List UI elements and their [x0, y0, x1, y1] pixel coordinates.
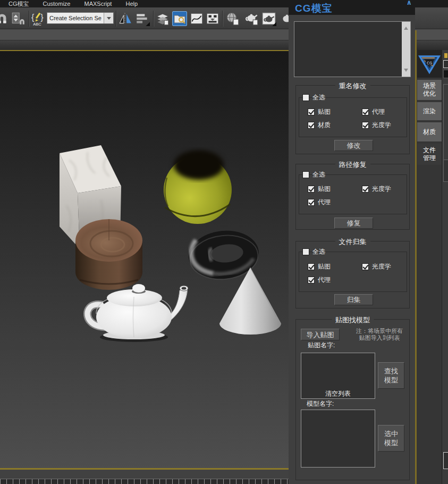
model-list[interactable]	[301, 410, 375, 468]
path-repair-select-all-checkbox[interactable]	[302, 171, 309, 178]
path-repair-select-all-label: 全选	[312, 171, 325, 178]
list-scrollbar[interactable]	[402, 22, 410, 77]
schematic-view-icon[interactable]	[205, 11, 220, 26]
file-collect-select-all-checkbox[interactable]	[302, 248, 309, 255]
scene-explorer-icon[interactable]	[172, 11, 187, 26]
file-collect-section-title: 文件归集	[335, 237, 370, 247]
snap-toggle-icon[interactable]	[0, 11, 10, 26]
edit-named-selection-sets-icon[interactable]: {}ABC	[31, 11, 46, 26]
rename-map-checkbox[interactable]	[308, 109, 315, 115]
rename-section-title: 重名修改	[335, 81, 370, 91]
path-repair-photometric-label: 光度学	[372, 185, 391, 193]
map-list[interactable]: 清空列表	[301, 353, 375, 399]
max-window: CG模宝 Customize MAXScript Help {}ABC Crea…	[0, 0, 448, 484]
rename-photometric-checkbox[interactable]	[362, 122, 369, 129]
svg-text:CG: CG	[427, 61, 432, 65]
tab-material[interactable]: 材质	[417, 122, 442, 141]
rename-select-all-checkbox[interactable]	[302, 94, 309, 101]
select-model-button[interactable]: 选中 模型	[378, 425, 404, 452]
mirror-icon[interactable]	[118, 11, 133, 26]
rename-material-label: 材质	[318, 121, 331, 129]
file-collect-map-checkbox[interactable]	[308, 263, 315, 270]
svg-text:{: {	[31, 12, 35, 22]
rename-select-all-label: 全选	[312, 94, 325, 101]
command-panel-fragment	[443, 70, 448, 78]
curve-editor-icon[interactable]	[189, 11, 204, 26]
panel-collapse-icon[interactable]: ∧	[406, 0, 412, 6]
rename-proxy-checkbox[interactable]	[362, 109, 369, 115]
command-panel-fragment	[443, 452, 448, 469]
path-repair-map-label: 贴图	[318, 185, 331, 193]
cg-logo: CG	[417, 50, 442, 78]
cg-mobao-panel: CG模宝 ∧ 重名修改 全选 贴图 代理 材质 光度学 修改	[289, 0, 415, 484]
map-find-model-section: 贴图找模型 导入贴图 注：将场景中所有 贴图导入到列表 贴图名字: 清空列表 查…	[295, 319, 410, 480]
find-model-button[interactable]: 查找 模型	[378, 362, 404, 389]
panel-header: CG模宝 ∧	[289, 0, 415, 15]
command-panel-fragment	[443, 60, 448, 68]
menu-item-help[interactable]: Help	[125, 1, 138, 7]
rename-material-checkbox[interactable]	[308, 122, 315, 129]
command-panel-fragment	[444, 53, 447, 58]
rename-photometric-label: 光度学	[372, 121, 391, 129]
file-collect-section: 文件归集 全选 贴图 光度学 代理 归集	[295, 241, 410, 308]
command-panel-fragment	[443, 160, 448, 182]
rename-apply-button[interactable]: 修改	[334, 140, 373, 151]
panel-logo-text: CG模宝	[295, 2, 333, 15]
file-collect-proxy-checkbox[interactable]	[308, 277, 315, 283]
render-setup-icon[interactable]	[225, 11, 240, 26]
clear-list-button[interactable]: 清空列表	[325, 390, 351, 397]
toolbar-separator	[222, 11, 223, 27]
toolbar-separator	[29, 11, 30, 27]
dropdown-arrow-icon[interactable]	[104, 13, 113, 23]
rename-proxy-label: 代理	[372, 108, 385, 115]
spinner-snap-icon[interactable]	[11, 11, 26, 26]
file-collect-apply-button[interactable]: 归集	[334, 294, 373, 305]
viewport-scene	[0, 51, 289, 468]
menu-item-cgmobao[interactable]: CG模宝	[9, 0, 29, 8]
import-note: 注：将场景中所有 贴图导入到列表	[351, 328, 408, 341]
selection-set-dropdown[interactable]: Create Selection Se	[47, 12, 114, 24]
toolbar-separator	[116, 11, 117, 27]
tab-file-manage[interactable]: 文件 管理	[417, 144, 442, 165]
map-name-label: 贴图名字:	[308, 341, 335, 349]
path-repair-options-box	[299, 174, 407, 214]
svg-text:}: }	[40, 12, 44, 22]
tab-render[interactable]: 渲染	[417, 102, 442, 120]
import-maps-button[interactable]: 导入贴图	[301, 329, 340, 340]
command-panel-sliver	[442, 50, 448, 484]
menu-item-maxscript[interactable]: MAXScript	[84, 1, 112, 7]
result-list[interactable]	[294, 21, 411, 77]
selection-set-value: Create Selection Se	[47, 15, 104, 21]
toolbar-separator	[153, 11, 154, 27]
wood-cylinder	[75, 219, 142, 290]
perspective-viewport[interactable]	[0, 51, 289, 468]
align-icon[interactable]	[135, 11, 150, 26]
timeline-strip	[0, 470, 289, 479]
manage-layers-icon[interactable]	[155, 11, 170, 26]
menu-item-customize[interactable]: Customize	[43, 1, 71, 7]
tab-scene-optimize[interactable]: 场景 优化	[417, 80, 442, 100]
rename-map-label: 贴图	[318, 108, 331, 115]
file-collect-select-all-label: 全选	[312, 248, 325, 255]
file-collect-photometric-label: 光度学	[372, 263, 391, 270]
file-collect-photometric-checkbox[interactable]	[362, 263, 369, 270]
path-repair-section: 路径修复 全选 贴图 光度学 代理 修复	[295, 164, 410, 230]
rename-section: 重名修改 全选 贴图 代理 材质 光度学 修改	[295, 85, 410, 154]
file-collect-options-box	[299, 252, 407, 292]
track-bar[interactable]	[0, 479, 289, 484]
file-collect-map-label: 贴图	[318, 263, 331, 270]
rendered-frame-window-icon[interactable]	[244, 11, 259, 26]
file-collect-proxy-label: 代理	[318, 276, 331, 283]
path-repair-section-title: 路径修复	[335, 160, 370, 170]
scroll-up-icon[interactable]	[404, 24, 408, 30]
path-repair-proxy-checkbox[interactable]	[308, 199, 315, 206]
scroll-down-icon[interactable]	[404, 69, 408, 74]
map-find-section-title: 贴图找模型	[332, 315, 374, 325]
path-repair-apply-button[interactable]: 修复	[334, 218, 373, 229]
path-repair-map-checkbox[interactable]	[308, 186, 315, 193]
svg-text:ABC: ABC	[33, 22, 41, 26]
model-name-label: 模型名字:	[307, 400, 334, 407]
path-repair-photometric-checkbox[interactable]	[362, 186, 369, 193]
render-production-icon[interactable]	[261, 11, 276, 26]
path-repair-proxy-label: 代理	[318, 198, 331, 206]
